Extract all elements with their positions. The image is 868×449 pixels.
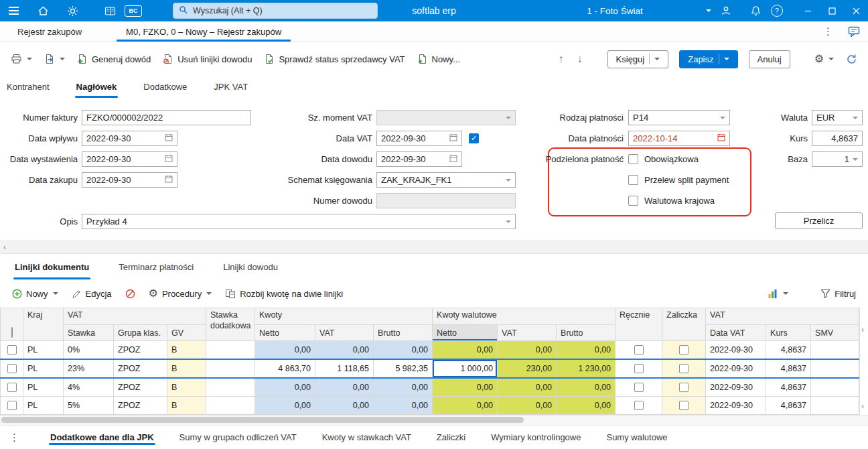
- cell-data-vat[interactable]: 2022-09-30: [706, 359, 766, 378]
- tab-linijki-dokumentu[interactable]: Linijki dokumentu: [15, 254, 89, 279]
- minimize-button[interactable]: [796, 0, 820, 21]
- cell-stawka[interactable]: 23%: [64, 359, 114, 378]
- column-header-netto[interactable]: Netto: [255, 325, 315, 341]
- cell-gv[interactable]: B: [167, 378, 206, 397]
- settings-gear-icon[interactable]: [62, 0, 83, 21]
- invoice-number-field[interactable]: FZKO/000002/2022: [82, 110, 251, 125]
- cell-grupa[interactable]: ZPOZ: [114, 359, 167, 378]
- band-header-kwoty[interactable]: Kwoty: [255, 308, 433, 325]
- cell-kurs[interactable]: 4,8637: [766, 359, 811, 378]
- post-button[interactable]: Księguj: [607, 50, 669, 68]
- home-icon[interactable]: [32, 0, 54, 21]
- cell-zaliczka[interactable]: [662, 359, 706, 378]
- save-button[interactable]: Zapisz: [679, 50, 737, 68]
- column-header-wal-brutto[interactable]: Brutto: [557, 325, 616, 341]
- cell-brutto[interactable]: 5 982,35: [374, 359, 433, 378]
- column-header-vat[interactable]: VAT: [315, 325, 374, 341]
- cancel-button[interactable]: Anuluj: [749, 50, 790, 68]
- cell-wal-netto[interactable]: 0,00: [433, 397, 498, 415]
- delete-line-button[interactable]: [120, 285, 141, 302]
- cell-gv[interactable]: B: [167, 341, 206, 360]
- cell-stawka-dodatkowa[interactable]: [206, 359, 255, 378]
- cell-wal-brutto[interactable]: 1 230,00: [557, 359, 616, 378]
- new-document-button[interactable]: Nowy...: [412, 50, 465, 68]
- cell-kraj[interactable]: PL: [23, 397, 64, 415]
- calendar-icon[interactable]: [449, 133, 457, 143]
- payment-date-field[interactable]: 2022-10-14: [628, 131, 730, 146]
- table-row-selected[interactable]: PL 23% ZPOZ B 4 863,70 1 118,65 5 982,35…: [1, 359, 859, 378]
- cell-grupa[interactable]: ZPOZ: [114, 397, 167, 415]
- calendar-icon[interactable]: [165, 154, 173, 164]
- document-tab[interactable]: M0, FZKO, 0 – Nowy – Rejestr zakupów: [114, 21, 293, 42]
- purchase-date-field[interactable]: 2022-09-30: [82, 172, 177, 188]
- new-line-button[interactable]: Nowy: [7, 285, 64, 302]
- select-all-checkbox[interactable]: [11, 327, 13, 338]
- cell-smv[interactable]: [811, 359, 859, 378]
- cell-data-vat[interactable]: 2022-09-30: [706, 378, 766, 397]
- tab-dodatkowe[interactable]: Dodatkowe: [143, 76, 187, 98]
- cell-grupa[interactable]: ZPOZ: [114, 341, 167, 360]
- cell-smv[interactable]: [811, 378, 859, 397]
- recalculate-button[interactable]: Przelicz: [775, 212, 863, 229]
- cell-kurs[interactable]: 4,8637: [766, 378, 811, 397]
- cell-vat[interactable]: 0,00: [315, 397, 374, 415]
- move-down-button[interactable]: ↓: [571, 50, 589, 68]
- document-date-field[interactable]: 2022-09-30: [376, 151, 462, 167]
- cell-kraj[interactable]: PL: [23, 378, 64, 397]
- global-search[interactable]: [173, 3, 378, 19]
- move-up-button[interactable]: ↑: [553, 50, 570, 68]
- cell-zaliczka[interactable]: [662, 397, 706, 415]
- cell-vat[interactable]: 1 118,65: [315, 359, 374, 378]
- cell-wal-netto[interactable]: 0,00: [433, 378, 498, 397]
- cell-stawka[interactable]: 5%: [64, 397, 114, 415]
- tab-kwoty-stawki-vat[interactable]: Kwoty w stawkach VAT: [322, 426, 411, 449]
- row-selector[interactable]: [1, 397, 23, 415]
- chevron-down-icon[interactable]: [506, 179, 511, 182]
- cell-kurs[interactable]: 4,8637: [766, 397, 811, 415]
- bottom-tabs-menu-icon[interactable]: ⋮: [4, 426, 25, 449]
- procedures-button[interactable]: ⚙ Procedury: [143, 285, 218, 302]
- calendar-icon[interactable]: [717, 133, 725, 143]
- payment-type-field[interactable]: P14: [628, 110, 730, 125]
- calendar-icon[interactable]: [165, 133, 173, 143]
- refresh-button[interactable]: [841, 50, 863, 68]
- column-header-wal-netto[interactable]: Netto: [433, 325, 498, 341]
- user-icon[interactable]: [715, 0, 737, 21]
- row-selector[interactable]: [1, 341, 23, 360]
- search-input[interactable]: [192, 5, 372, 16]
- filter-button[interactable]: Filtruj: [815, 285, 861, 302]
- cell-wal-netto-selected[interactable]: 1 000,00: [433, 359, 498, 378]
- receipt-date-field[interactable]: 2022-09-30: [82, 131, 177, 146]
- cell-gv[interactable]: B: [167, 359, 206, 378]
- cell-wal-vat[interactable]: 0,00: [498, 397, 557, 415]
- export-button[interactable]: [39, 50, 70, 68]
- comments-icon[interactable]: [840, 21, 868, 42]
- band-header-kwoty-walutowe[interactable]: Kwoty walutowe: [433, 308, 616, 325]
- column-header-zaliczka[interactable]: Zaliczka: [662, 308, 706, 341]
- tab-wymiary-kontrolingowe[interactable]: Wymiary kontrolingowe: [491, 426, 581, 449]
- cell-brutto[interactable]: 0,00: [374, 397, 433, 415]
- split-amount-button[interactable]: Rozbij kwotę na dwie linijki: [220, 285, 348, 302]
- cell-vat[interactable]: 0,00: [315, 378, 374, 397]
- column-header-smv[interactable]: SMV: [811, 325, 859, 341]
- tab-jpk-vat[interactable]: JPK VAT: [214, 76, 248, 98]
- tab-kontrahent[interactable]: Kontrahent: [7, 76, 50, 98]
- column-header-stawka-dodatkowa[interactable]: Stawka dodatkowa: [206, 308, 255, 341]
- tab-linijki-dowodu[interactable]: Linijki dowodu: [223, 254, 278, 279]
- base-field[interactable]: 1: [812, 151, 863, 167]
- band-header-vat2[interactable]: VAT: [706, 308, 859, 325]
- tab-sumy-grupy-odliczen[interactable]: Sumy w grupach odliczeń VAT: [179, 426, 297, 449]
- cell-zaliczka[interactable]: [662, 378, 706, 397]
- rate-field[interactable]: 4,8637: [812, 131, 863, 146]
- column-header-grupa-klas[interactable]: Grupa klas.: [114, 325, 167, 341]
- scroll-right-icon[interactable]: ›: [861, 401, 864, 411]
- cell-recznie[interactable]: [616, 359, 662, 378]
- column-header-kraj[interactable]: Kraj: [23, 308, 64, 341]
- column-header-recznie[interactable]: Ręcznie: [616, 308, 662, 341]
- cell-kraj[interactable]: PL: [23, 341, 64, 360]
- cell-data-vat[interactable]: 2022-09-30: [706, 397, 766, 415]
- column-header-data-vat[interactable]: Data VAT: [706, 325, 766, 341]
- cell-wal-brutto[interactable]: 0,00: [557, 397, 616, 415]
- generate-document-button[interactable]: Generuj dowód: [72, 50, 156, 68]
- chevron-down-icon[interactable]: [506, 220, 511, 223]
